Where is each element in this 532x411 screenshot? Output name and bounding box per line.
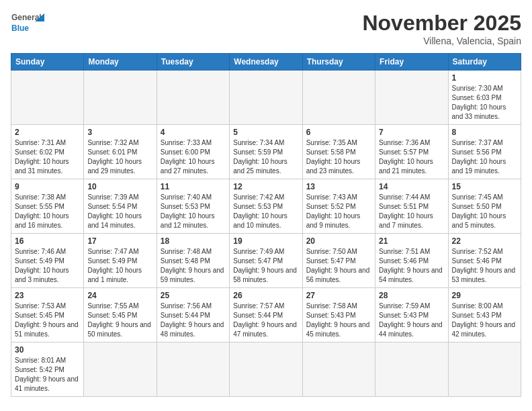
day-info: Sunrise: 7:56 AM Sunset: 5:44 PM Dayligh…: [161, 302, 226, 339]
calendar-cell: 9Sunrise: 7:38 AM Sunset: 5:55 PM Daylig…: [11, 179, 84, 234]
day-info: Sunrise: 7:59 AM Sunset: 5:43 PM Dayligh…: [379, 302, 444, 339]
calendar-cell: 10Sunrise: 7:39 AM Sunset: 5:54 PM Dayli…: [84, 179, 157, 234]
day-info: Sunrise: 7:33 AM Sunset: 6:00 PM Dayligh…: [161, 138, 226, 176]
day-number: 24: [87, 291, 152, 300]
calendar-cell: 27Sunrise: 7:58 AM Sunset: 5:43 PM Dayli…: [302, 288, 375, 342]
week-row-3: 9Sunrise: 7:38 AM Sunset: 5:55 PM Daylig…: [11, 179, 521, 234]
day-info: Sunrise: 7:40 AM Sunset: 5:53 PM Dayligh…: [161, 193, 226, 230]
calendar-cell: 21Sunrise: 7:51 AM Sunset: 5:46 PM Dayli…: [375, 234, 448, 288]
day-info: Sunrise: 7:32 AM Sunset: 6:01 PM Dayligh…: [87, 138, 152, 176]
day-number: 29: [452, 291, 517, 300]
day-info: Sunrise: 7:39 AM Sunset: 5:54 PM Dayligh…: [87, 193, 152, 230]
weekday-saturday: Saturday: [448, 54, 521, 71]
calendar-cell: [84, 342, 157, 397]
calendar-cell: 17Sunrise: 7:47 AM Sunset: 5:49 PM Dayli…: [84, 234, 157, 288]
day-info: Sunrise: 7:38 AM Sunset: 5:55 PM Dayligh…: [15, 193, 80, 230]
day-number: 8: [452, 128, 517, 137]
title-block: November 2025 Villena, Valencia, Spain: [362, 11, 521, 46]
day-info: Sunrise: 8:01 AM Sunset: 5:42 PM Dayligh…: [15, 356, 80, 394]
calendar-cell: 13Sunrise: 7:43 AM Sunset: 5:52 PM Dayli…: [302, 179, 375, 234]
calendar-cell: 8Sunrise: 7:37 AM Sunset: 5:56 PM Daylig…: [448, 125, 521, 179]
calendar-cell: 15Sunrise: 7:45 AM Sunset: 5:50 PM Dayli…: [448, 179, 521, 234]
day-number: 13: [306, 182, 371, 191]
day-info: Sunrise: 7:49 AM Sunset: 5:47 PM Dayligh…: [233, 247, 298, 285]
calendar-cell: 6Sunrise: 7:35 AM Sunset: 5:58 PM Daylig…: [302, 125, 375, 179]
day-info: Sunrise: 8:00 AM Sunset: 5:43 PM Dayligh…: [452, 302, 517, 339]
day-info: Sunrise: 7:48 AM Sunset: 5:48 PM Dayligh…: [161, 247, 226, 285]
day-number: 6: [306, 128, 371, 137]
calendar-cell: 23Sunrise: 7:53 AM Sunset: 5:45 PM Dayli…: [11, 288, 84, 342]
day-number: 16: [15, 236, 80, 246]
weekday-monday: Monday: [84, 54, 157, 71]
calendar-cell: [11, 71, 84, 125]
day-number: 27: [306, 291, 371, 300]
weekday-header-row: SundayMondayTuesdayWednesdayThursdayFrid…: [11, 54, 521, 71]
day-info: Sunrise: 7:46 AM Sunset: 5:49 PM Dayligh…: [15, 247, 80, 285]
month-title: November 2025: [362, 11, 521, 36]
day-number: 14: [379, 182, 444, 191]
calendar-cell: 24Sunrise: 7:55 AM Sunset: 5:45 PM Dayli…: [84, 288, 157, 342]
day-info: Sunrise: 7:43 AM Sunset: 5:52 PM Dayligh…: [306, 193, 371, 230]
week-row-6: 30Sunrise: 8:01 AM Sunset: 5:42 PM Dayli…: [11, 342, 521, 397]
day-info: Sunrise: 7:42 AM Sunset: 5:53 PM Dayligh…: [233, 193, 298, 230]
day-number: 19: [233, 236, 298, 246]
day-number: 1: [452, 73, 517, 83]
svg-text:Blue: Blue: [11, 24, 29, 33]
week-row-5: 23Sunrise: 7:53 AM Sunset: 5:45 PM Dayli…: [11, 288, 521, 342]
day-info: Sunrise: 7:36 AM Sunset: 5:57 PM Dayligh…: [379, 138, 444, 176]
day-info: Sunrise: 7:45 AM Sunset: 5:50 PM Dayligh…: [452, 193, 517, 230]
day-number: 5: [233, 128, 298, 137]
day-number: 11: [161, 182, 226, 191]
calendar-cell: [375, 71, 448, 125]
day-info: Sunrise: 7:34 AM Sunset: 5:59 PM Dayligh…: [233, 138, 298, 176]
calendar-cell: 29Sunrise: 8:00 AM Sunset: 5:43 PM Dayli…: [448, 288, 521, 342]
calendar-table: SundayMondayTuesdayWednesdayThursdayFrid…: [11, 53, 521, 397]
weekday-wednesday: Wednesday: [230, 54, 302, 71]
calendar-cell: [157, 71, 229, 125]
calendar-cell: 12Sunrise: 7:42 AM Sunset: 5:53 PM Dayli…: [230, 179, 302, 234]
day-info: Sunrise: 7:50 AM Sunset: 5:47 PM Dayligh…: [306, 247, 371, 285]
day-info: Sunrise: 7:37 AM Sunset: 5:56 PM Dayligh…: [452, 138, 517, 176]
day-number: 17: [87, 236, 152, 246]
day-number: 28: [379, 291, 444, 300]
day-number: 26: [233, 291, 298, 300]
day-info: Sunrise: 7:35 AM Sunset: 5:58 PM Dayligh…: [306, 138, 371, 176]
calendar-cell: 3Sunrise: 7:32 AM Sunset: 6:01 PM Daylig…: [84, 125, 157, 179]
day-number: 20: [306, 236, 371, 246]
calendar-cell: 28Sunrise: 7:59 AM Sunset: 5:43 PM Dayli…: [375, 288, 448, 342]
day-number: 9: [15, 182, 80, 191]
logo: General Blue: [11, 11, 47, 35]
calendar-cell: [448, 342, 521, 397]
calendar-cell: [230, 342, 302, 397]
calendar-cell: [84, 71, 157, 125]
weekday-friday: Friday: [375, 54, 448, 71]
calendar-cell: [302, 71, 375, 125]
day-info: Sunrise: 7:52 AM Sunset: 5:46 PM Dayligh…: [452, 247, 517, 285]
calendar-cell: [302, 342, 375, 397]
weekday-sunday: Sunday: [11, 54, 84, 71]
calendar-cell: 18Sunrise: 7:48 AM Sunset: 5:48 PM Dayli…: [157, 234, 229, 288]
day-info: Sunrise: 7:57 AM Sunset: 5:44 PM Dayligh…: [233, 302, 298, 339]
calendar-cell: 30Sunrise: 8:01 AM Sunset: 5:42 PM Dayli…: [11, 342, 84, 397]
page-header: General Blue November 2025 Villena, Vale…: [11, 11, 521, 46]
calendar-cell: 4Sunrise: 7:33 AM Sunset: 6:00 PM Daylig…: [157, 125, 229, 179]
day-number: 15: [452, 182, 517, 191]
calendar-cell: 22Sunrise: 7:52 AM Sunset: 5:46 PM Dayli…: [448, 234, 521, 288]
calendar-cell: 14Sunrise: 7:44 AM Sunset: 5:51 PM Dayli…: [375, 179, 448, 234]
day-info: Sunrise: 7:55 AM Sunset: 5:45 PM Dayligh…: [87, 302, 152, 339]
calendar-cell: 7Sunrise: 7:36 AM Sunset: 5:57 PM Daylig…: [375, 125, 448, 179]
day-number: 21: [379, 236, 444, 246]
calendar-cell: 25Sunrise: 7:56 AM Sunset: 5:44 PM Dayli…: [157, 288, 229, 342]
day-number: 4: [161, 128, 226, 137]
calendar-cell: 26Sunrise: 7:57 AM Sunset: 5:44 PM Dayli…: [230, 288, 302, 342]
calendar-cell: 11Sunrise: 7:40 AM Sunset: 5:53 PM Dayli…: [157, 179, 229, 234]
day-info: Sunrise: 7:58 AM Sunset: 5:43 PM Dayligh…: [306, 302, 371, 339]
location: Villena, Valencia, Spain: [362, 36, 521, 46]
calendar-cell: [375, 342, 448, 397]
calendar-cell: [230, 71, 302, 125]
day-info: Sunrise: 7:30 AM Sunset: 6:03 PM Dayligh…: [452, 84, 517, 122]
calendar-cell: 20Sunrise: 7:50 AM Sunset: 5:47 PM Dayli…: [302, 234, 375, 288]
day-info: Sunrise: 7:53 AM Sunset: 5:45 PM Dayligh…: [15, 302, 80, 339]
calendar-cell: 19Sunrise: 7:49 AM Sunset: 5:47 PM Dayli…: [230, 234, 302, 288]
day-info: Sunrise: 7:44 AM Sunset: 5:51 PM Dayligh…: [379, 193, 444, 230]
